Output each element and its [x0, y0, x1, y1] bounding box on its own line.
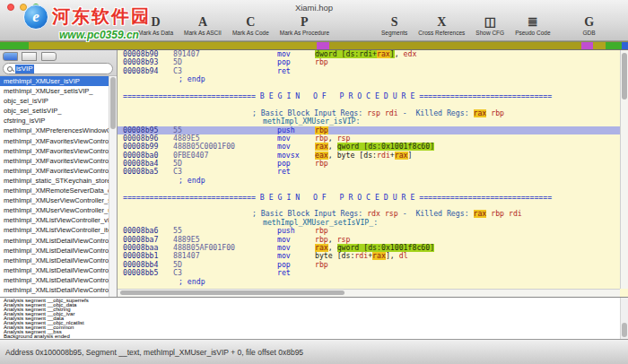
- list-item[interactable]: methImpl_XMListDetailViewController_ite.…: [0, 275, 109, 285]
- list-item[interactable]: methImpl_XMFavoritesViewController_se...: [0, 146, 109, 156]
- pseudo-code-button[interactable]: ≣ Pseudo Code: [510, 14, 555, 36]
- asm-line-code[interactable]: 00008baa488B05AF001F00movrax, qword [ds:…: [118, 244, 620, 252]
- mark-as-procedure-button[interactable]: P Mark As Procedure: [275, 14, 335, 36]
- asm-operand: ,: [395, 50, 404, 58]
- assembly-vscroll-thumb[interactable]: [622, 53, 627, 100]
- list-item[interactable]: methImpl_static_STKeychain_storeUser...: [0, 176, 109, 186]
- asm-line-code[interactable]: 00008ba655pushrbp: [118, 227, 620, 235]
- list-item[interactable]: methImpl_XMListViewController_viewDid...: [0, 215, 109, 225]
- log-scrollbar-thumb[interactable]: [622, 323, 627, 337]
- filter-segment-strings[interactable]: [22, 52, 37, 61]
- list-item[interactable]: methImpl_XMFavoritesViewController_ce...: [0, 166, 109, 176]
- asm-operand: ,: [390, 252, 399, 260]
- asm-operand: ,: [328, 244, 337, 252]
- asm-line-code[interactable]: 00008bb45Dpoprbp: [118, 261, 620, 269]
- mark-as-ascii-button[interactable]: A Mark As ASCII: [179, 14, 227, 36]
- sidebar-scrollbar-thumb[interactable]: [110, 77, 116, 129]
- sidebar-scrollbar[interactable]: [109, 76, 117, 297]
- asm-operand: qword [ds:0x1001f8c60]: [337, 244, 434, 252]
- asm-address: 00008ba4: [118, 160, 173, 168]
- mark-as-code-button[interactable]: C Mark As Code: [227, 14, 275, 36]
- zoom-button[interactable]: [32, 4, 39, 11]
- list-item[interactable]: methImpl_XMUser_setIsVIP_: [0, 86, 109, 96]
- asm-line-code[interactable]: 00008ba45Dpoprbp: [118, 160, 620, 168]
- asm-comment-token: rdx: [367, 210, 380, 218]
- list-item[interactable]: objc_sel_isVIP: [0, 96, 109, 106]
- asm-line-code[interactable]: 00008b94C3ret: [118, 67, 620, 75]
- mark-as-procedure-label: Mark As Procedure: [280, 30, 329, 36]
- asm-operand: rbp: [315, 227, 328, 235]
- show-cfg-button[interactable]: ◫ Show CFG: [470, 14, 510, 36]
- list-item[interactable]: cfstring_isVIP: [0, 116, 109, 126]
- asm-address: 00008b96: [118, 134, 173, 143]
- asm-operand: rax: [315, 143, 328, 151]
- mark-as-ascii-label: Mark As ASCII: [184, 30, 222, 36]
- asm-line-sep[interactable]: ============================== B E G I N…: [118, 194, 620, 202]
- asm-line-code[interactable]: 00008b9555pushrbp: [118, 126, 620, 134]
- search-input[interactable]: isVIP: [3, 63, 113, 74]
- list-item[interactable]: objc_sel_setIsVIP_: [0, 106, 109, 116]
- window-chrome: Xiami.hop D Mark As Data A Mark As ASCII…: [0, 0, 628, 41]
- log-scrollbar[interactable]: [620, 298, 628, 339]
- asm-line-endp[interactable]: ; endp: [118, 177, 620, 185]
- asm-line-comment[interactable]: ; Basic Block Input Regs: rsp rdi - Kill…: [118, 109, 620, 117]
- asm-line-comment[interactable]: ; Basic Block Input Regs: rdx rsp - Kill…: [118, 210, 620, 218]
- filter-segment-other[interactable]: [41, 52, 57, 61]
- asm-bytes: 488B05C0001F00: [173, 143, 277, 151]
- asm-line-code[interactable]: 00008bb1881407movbyte [ds:rdi+rax], dl: [118, 252, 620, 260]
- cross-references-label: Cross References: [418, 30, 465, 36]
- minimize-button[interactable]: [20, 4, 27, 11]
- list-item[interactable]: methImpl_XMListDetailViewController_ce..…: [0, 265, 109, 275]
- list-item[interactable]: methImpl_XMUser_isVIP: [0, 76, 109, 86]
- asm-comment-token: rsp: [385, 210, 398, 218]
- asm-address: 00008ba5: [118, 168, 173, 176]
- gdb-label: GDB: [583, 30, 596, 36]
- list-item[interactable]: methImpl_XMListDetailViewController_up..…: [0, 256, 109, 265]
- asm-line-blank: [118, 185, 620, 193]
- mark-as-data-button[interactable]: D Mark As Data: [133, 14, 179, 36]
- asm-comment-token: ; Basic Block Input Regs:: [252, 109, 367, 117]
- list-item[interactable]: methImpl_XMListDetailViewController_...: [0, 285, 109, 295]
- asm-bytes: 55: [173, 227, 277, 235]
- asm-comment-token: rsp: [367, 109, 380, 117]
- cross-references-button[interactable]: X Cross References: [413, 14, 470, 36]
- sidebar-header: isVIP: [0, 50, 117, 76]
- asm-mnemonic: pop: [277, 261, 315, 269]
- list-item[interactable]: methImpl_XMRemoteServerData_descrip...: [0, 186, 109, 195]
- segment-navigation-bar[interactable]: [0, 41, 628, 50]
- gdb-button[interactable]: G GDB: [578, 14, 601, 36]
- asm-line-endp[interactable]: ; endp: [118, 278, 620, 286]
- asm-line-code[interactable]: 00008ba5C3ret: [118, 168, 620, 176]
- pseudo-code-label: Pseudo Code: [515, 30, 550, 36]
- list-item[interactable]: methImpl_XMListViewController_itemList..…: [0, 225, 109, 235]
- list-item[interactable]: methImpl_XMListDetailViewController_se..…: [0, 246, 109, 256]
- asm-line-code[interactable]: 00008b935Dpoprbp: [118, 58, 620, 66]
- asm-line-code[interactable]: 00008b99488B05C0001F00movrax, qword [ds:…: [118, 143, 620, 151]
- sidebar: isVIP methImpl_XMUser_isVIPmethImpl_XMUs…: [0, 50, 118, 297]
- titlebar: Xiami.hop: [0, 0, 628, 14]
- asm-line-sep[interactable]: ============================== B E G I N…: [118, 92, 620, 100]
- asm-line-code[interactable]: 00008ba74889E5movrbp, rsp: [118, 236, 620, 244]
- list-item[interactable]: methImpl_XMUserViewController_update...: [0, 205, 109, 215]
- asm-line-endp[interactable]: ; endp: [118, 75, 620, 83]
- assembly-vertical-scrollbar[interactable]: [620, 50, 628, 289]
- assembly-hscroll-thumb[interactable]: [120, 290, 345, 295]
- asm-line-code[interactable]: 00008ba00FBE0407movsxeax, byte [ds:rdi+r…: [118, 152, 620, 160]
- asm-line-label[interactable]: methImpl_XMUser_setIsVIP_:: [118, 219, 620, 227]
- list-item[interactable]: methImpl_XMPreferencesWindowControll...: [0, 126, 109, 135]
- assembly-horizontal-scrollbar[interactable]: [118, 289, 620, 297]
- asm-line-code[interactable]: 00008bb5C3ret: [118, 269, 620, 277]
- list-item[interactable]: methImpl_XMListDetailViewController_vi..…: [0, 236, 109, 246]
- asm-line-code[interactable]: 00008b964889E5movrbp, rsp: [118, 134, 620, 143]
- close-button[interactable]: [7, 4, 14, 11]
- asm-line-code[interactable]: 00008b90891407movdword [ds:rdi+rax], edx: [118, 50, 620, 58]
- filter-segment-labels[interactable]: [3, 52, 18, 61]
- asm-operand: byte [ds:: [337, 152, 377, 160]
- list-item[interactable]: methImpl_XMFavoritesViewController_vi...: [0, 136, 109, 146]
- list-item[interactable]: methImpl_XMUserViewController_setting...: [0, 195, 109, 205]
- segments-button[interactable]: S Segments: [376, 14, 413, 36]
- pseudo-code-icon: ≣: [515, 14, 550, 30]
- symbol-list: methImpl_XMUser_isVIPmethImpl_XMUser_set…: [0, 76, 109, 297]
- asm-line-label[interactable]: methImpl_XMUser_isVIP:: [118, 117, 620, 126]
- list-item[interactable]: methImpl_XMFavoritesViewController_up...: [0, 156, 109, 166]
